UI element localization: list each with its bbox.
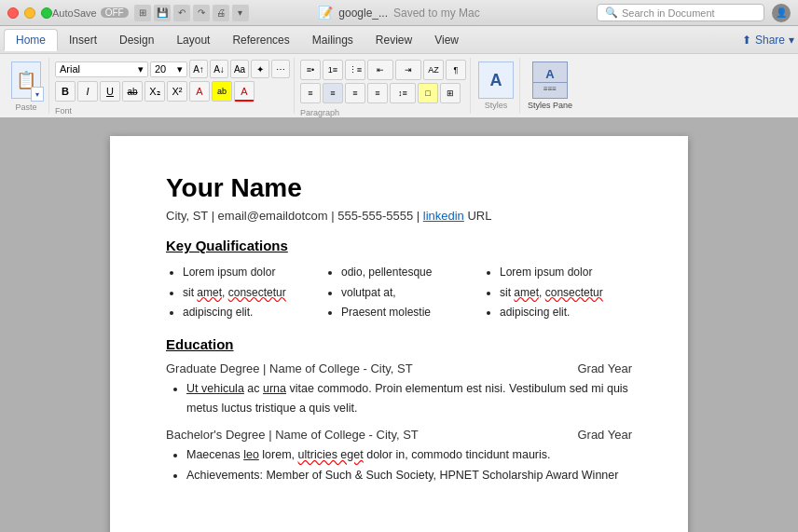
edu2-row: Bachelor's Degree | Name of College - Ci… xyxy=(166,428,632,442)
more-icon[interactable]: ▾ xyxy=(232,5,249,21)
tab-references[interactable]: References xyxy=(221,30,300,50)
tab-design[interactable]: Design xyxy=(108,30,165,50)
clipboard-section: 📋 ▾ Paste xyxy=(4,58,49,114)
align-left-button[interactable]: ≡ xyxy=(300,83,321,103)
show-marks-button[interactable]: ¶ xyxy=(446,60,466,80)
urna-text: urna xyxy=(263,382,286,395)
paste-label: Paste xyxy=(15,102,36,112)
search-icon: 🔍 xyxy=(605,7,618,19)
tab-home[interactable]: Home xyxy=(4,29,58,51)
autosave-state[interactable]: OFF xyxy=(101,7,129,18)
paste-button[interactable]: 📋 ▾ xyxy=(11,61,41,99)
tab-view[interactable]: View xyxy=(423,30,470,50)
shading-button[interactable]: □ xyxy=(418,83,438,103)
edu2-degree: Bachelor's Degree | Name of College - Ci… xyxy=(166,428,419,442)
list-item: odio, pellentesque xyxy=(341,263,474,283)
avatar[interactable]: 👤 xyxy=(772,4,791,22)
word-icon: 📝 xyxy=(318,6,333,20)
font-more-button[interactable]: ⋯ xyxy=(271,60,290,78)
edu1-degree: Graduate Degree | Name of College - City… xyxy=(166,361,413,375)
font-grow-button[interactable]: A↑ xyxy=(189,60,208,78)
title-bar: AutoSave OFF ⊞ 💾 ↶ ↷ 🖨 ▾ 📝 google_... Sa… xyxy=(0,0,798,26)
paste-arrow-icon: ▾ xyxy=(31,87,44,102)
close-button[interactable] xyxy=(7,7,19,19)
para-row1: ≡• 1≡ ⋮≡ ⇤ ⇥ AZ ¶ xyxy=(300,60,466,80)
ribbon-tabs: Home Insert Design Layout References Mai… xyxy=(0,26,798,54)
list-item: Lorem ipsum dolor xyxy=(183,263,315,283)
edu1-row: Graduate Degree | Name of College - City… xyxy=(166,361,632,375)
layout-icon[interactable]: ⊞ xyxy=(134,5,151,21)
underline-button[interactable]: U xyxy=(100,81,120,102)
tab-layout[interactable]: Layout xyxy=(165,30,221,50)
document-area: Your Name City, ST | email@emaildotcom |… xyxy=(0,117,798,532)
font-selector[interactable]: Arial ▾ xyxy=(55,61,148,77)
print-icon[interactable]: 🖨 xyxy=(213,5,229,21)
subscript-button[interactable]: X₂ xyxy=(144,81,165,102)
saved-status: Saved to my Mac xyxy=(393,7,480,20)
title-bar-right: 🔍 Search in Document 👤 xyxy=(597,4,791,22)
font-name: Arial xyxy=(60,63,80,75)
list-item: sit amet, consectetur xyxy=(183,283,315,304)
list-item: adipiscing elit. xyxy=(183,303,315,323)
align-center-button[interactable]: ≡ xyxy=(323,83,343,103)
ut-vehicula: Ut vehicula xyxy=(186,382,244,395)
align-right-button[interactable]: ≡ xyxy=(345,83,365,103)
page-container[interactable]: Your Name City, ST | email@emaildotcom |… xyxy=(0,117,798,532)
italic-button[interactable]: I xyxy=(77,81,98,102)
share-button[interactable]: ⬆ Share ▾ xyxy=(742,34,794,47)
autosave-indicator: AutoSave OFF xyxy=(52,7,129,19)
font-color-button[interactable]: A xyxy=(189,81,210,102)
key-qual-col3: Lorem ipsum dolor sit amet, consectetur … xyxy=(483,263,632,323)
key-qualifications-title: Key Qualifications xyxy=(166,238,632,253)
paragraph-section-label: Paragraph xyxy=(300,108,466,117)
key-qual-col2: odio, pellentesque volutpat at, Praesent… xyxy=(324,263,474,323)
styles-pane-label: Styles Pane xyxy=(528,101,572,110)
font-dropdown-icon: ▾ xyxy=(138,63,144,75)
bold-button[interactable]: B xyxy=(55,81,76,102)
numbered-list-button[interactable]: 1≡ xyxy=(323,60,343,80)
bullet-list-button[interactable]: ≡• xyxy=(300,60,321,80)
font-case-button[interactable]: Aa xyxy=(230,60,249,78)
font-size: 20 xyxy=(155,63,166,75)
redo-icon[interactable]: ↷ xyxy=(193,5,210,21)
edu2-year: Grad Year xyxy=(577,428,632,442)
justify-button[interactable]: ≡ xyxy=(367,83,388,103)
save-icon[interactable]: 💾 xyxy=(154,5,171,21)
border-button[interactable]: ⊞ xyxy=(440,83,461,103)
superscript-button[interactable]: X² xyxy=(167,81,187,102)
font-color2-button[interactable]: A xyxy=(234,81,255,102)
tab-review[interactable]: Review xyxy=(365,30,423,50)
sort-button[interactable]: AZ xyxy=(423,60,444,80)
decrease-indent-button[interactable]: ⇤ xyxy=(367,60,393,80)
highlight-button[interactable]: ab xyxy=(212,81,232,102)
minimize-button[interactable] xyxy=(24,7,35,19)
list-item: volutpat at, xyxy=(341,283,474,304)
styles-pane-button[interactable]: A ≡≡≡ xyxy=(532,61,568,99)
title-center: 📝 google_... Saved to my Mac xyxy=(318,6,479,20)
list-item: sit amet, consectetur xyxy=(500,283,632,304)
font-row1: Arial ▾ 20 ▾ A↑ A↓ Aa ✦ ⋯ xyxy=(55,60,290,78)
undo-icon[interactable]: ↶ xyxy=(173,5,190,21)
linkedin-link[interactable]: linkedin xyxy=(423,209,464,223)
leo-text: leo xyxy=(243,448,259,461)
tab-insert[interactable]: Insert xyxy=(58,30,108,50)
font-shrink-button[interactable]: A↓ xyxy=(210,60,228,78)
increase-indent-button[interactable]: ⇥ xyxy=(395,60,421,80)
clear-format-button[interactable]: ✦ xyxy=(251,60,269,78)
maximize-button[interactable] xyxy=(41,7,52,19)
autosave-label: AutoSave xyxy=(52,7,97,19)
edu1-bullets: Ut vehicula ac urna vitae commodo. Proin… xyxy=(166,379,632,419)
paste-icon: 📋 ▾ xyxy=(11,61,41,99)
ribbon-content: 📋 ▾ Paste Arial ▾ 20 ▾ A↑ A↓ Aa ✦ ⋯ B I … xyxy=(0,54,798,117)
share-icon: ⬆ xyxy=(742,34,751,47)
strikethrough-button[interactable]: ab xyxy=(122,81,143,102)
key-qual-col1: Lorem ipsum dolor sit amet, consectetur … xyxy=(166,263,315,323)
search-bar[interactable]: 🔍 Search in Document xyxy=(597,4,764,21)
tab-mailings[interactable]: Mailings xyxy=(301,30,365,50)
line-spacing-button[interactable]: ↕≡ xyxy=(390,83,416,103)
styles-label: Styles xyxy=(485,101,508,110)
font-size-selector[interactable]: 20 ▾ xyxy=(150,61,187,77)
multilevel-list-button[interactable]: ⋮≡ xyxy=(345,60,365,80)
styles-button[interactable]: A xyxy=(478,61,514,99)
doc-contact: City, ST | email@emaildotcom | 555-555-5… xyxy=(166,209,632,223)
